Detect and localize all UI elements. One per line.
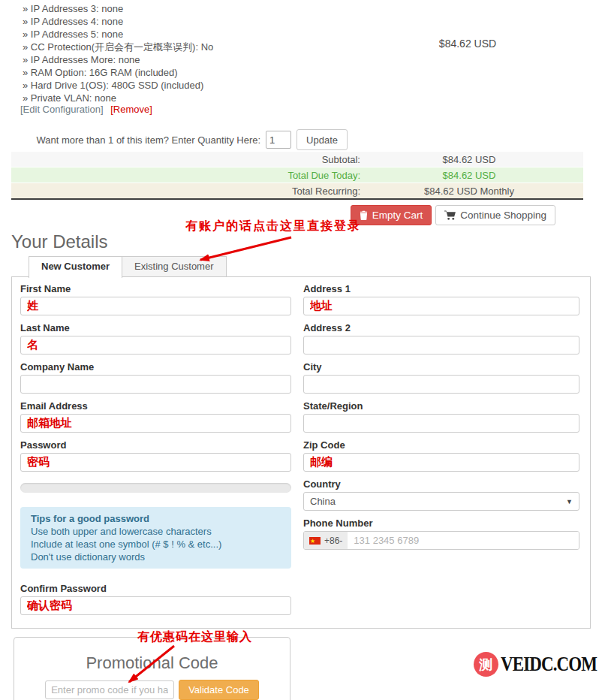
password-tips-box: Tips for a good password Use both upper … (20, 507, 291, 569)
phone-field: Phone Number ★ +86- (303, 517, 579, 550)
subtotal-value: $84.62 USD (360, 154, 578, 165)
email-field: Email Address (20, 400, 291, 433)
confirm-password-input[interactable] (20, 596, 291, 615)
confirm-password-label: Confirm Password (20, 583, 291, 594)
country-select[interactable]: China ▼ (303, 492, 579, 511)
empty-cart-button[interactable]: Empty Cart (351, 205, 432, 225)
login-tip-arrow (191, 234, 296, 266)
config-option: » CC Protection(开启会有一定概率误判): No (23, 41, 213, 53)
zip-label: Zip Code (303, 439, 579, 451)
company-name-label: Company Name (20, 361, 291, 373)
address1-input[interactable] (303, 297, 579, 315)
last-name-input[interactable] (20, 336, 291, 355)
last-name-field: Last Name (20, 322, 291, 355)
first-name-field: First Name (20, 283, 291, 315)
promo-tip-arrow (122, 644, 182, 687)
config-option: » IP Addresses 5: none (23, 28, 213, 41)
empty-cart-label: Empty Cart (372, 210, 423, 221)
first-name-input[interactable] (20, 297, 291, 315)
remove-item-link[interactable]: [Remove] (110, 104, 152, 115)
cart-summary-table: Subtotal: $84.62 USD Total Due Today: $8… (11, 152, 583, 200)
quantity-label: Want more than 1 of this item? Enter Qua… (36, 134, 260, 146)
last-name-label: Last Name (20, 322, 291, 333)
product-config-list: » IP Addresses 3: none » IP Addresses 4:… (23, 2, 213, 104)
total-due-today-row: Total Due Today: $84.62 USD (11, 167, 583, 183)
address2-field: Address 2 (303, 322, 579, 355)
details-form-panel: First Name Last Name Company Name Email … (11, 276, 591, 629)
email-input[interactable] (20, 414, 291, 433)
continue-shopping-button[interactable]: Continue Shopping (435, 205, 555, 225)
zip-field: Zip Code (303, 439, 579, 472)
continue-shopping-label: Continue Shopping (460, 210, 546, 221)
quantity-input[interactable] (266, 131, 291, 149)
state-label: State/Region (303, 400, 579, 412)
address2-input[interactable] (303, 336, 579, 355)
config-option: » IP Addresses 4: none (23, 15, 213, 28)
phone-prefix: ★ +86- (304, 532, 348, 549)
total-recurring-label: Total Recurring: (11, 186, 360, 197)
address1-label: Address 1 (303, 283, 579, 294)
veidc-logo-badge: 测 (474, 652, 498, 677)
veidc-logo-text: VEIDC.COM (501, 653, 597, 676)
password-tip-line: Don't use dictionary words (31, 551, 281, 563)
state-field: State/Region (303, 400, 579, 433)
form-right-column: Address 1 Address 2 City State/Region Zi… (303, 283, 579, 557)
config-option: » Private VLAN: none (23, 92, 213, 104)
password-input[interactable] (20, 453, 291, 472)
total-due-today-label: Total Due Today: (11, 170, 360, 181)
company-name-input[interactable] (20, 375, 291, 394)
edit-configuration-link[interactable]: [Edit Configuration] (20, 104, 104, 115)
total-due-today-value: $84.62 USD (360, 170, 578, 181)
shopping-cart-icon (444, 210, 456, 220)
form-left-column: First Name Last Name Company Name Email … (20, 283, 291, 615)
address2-label: Address 2 (303, 322, 579, 333)
subtotal-row: Subtotal: $84.62 USD (11, 152, 583, 167)
password-tips-title: Tips for a good password (31, 512, 281, 525)
email-label: Email Address (20, 400, 291, 412)
password-strength-bar (20, 483, 291, 493)
phone-number-input[interactable] (348, 532, 579, 549)
total-recurring-value: $84.62 USD Monthly (360, 186, 578, 197)
address1-field: Address 1 (303, 283, 579, 315)
phone-input-group: ★ +86- (303, 531, 579, 550)
phone-country-code: +86- (324, 536, 342, 546)
config-option: » RAM Option: 16G RAM (included) (23, 66, 213, 79)
country-selected-value: China (310, 496, 336, 507)
company-name-field: Company Name (20, 361, 291, 394)
svg-text:★: ★ (310, 538, 315, 545)
state-input[interactable] (303, 414, 579, 433)
password-tip-line: Use both upper and lowercase characters (31, 525, 281, 538)
city-field: City (303, 361, 579, 394)
validate-code-button[interactable]: Validate Code (179, 680, 259, 700)
password-field: Password (20, 439, 291, 472)
quantity-row: Want more than 1 of this item? Enter Qua… (0, 129, 348, 150)
city-label: City (303, 361, 579, 373)
country-label: Country (303, 478, 579, 490)
config-option: » IP Addresses 3: none (23, 2, 213, 15)
first-name-label: First Name (20, 283, 291, 294)
chevron-down-icon: ▼ (566, 498, 573, 505)
country-field: Country China ▼ (303, 478, 579, 511)
phone-label: Phone Number (303, 517, 579, 529)
china-flag-icon: ★ (309, 537, 321, 545)
confirm-password-field: Confirm Password (20, 583, 291, 615)
checkout-page: » IP Addresses 3: none » IP Addresses 4:… (0, 0, 602, 700)
update-quantity-button[interactable]: Update (296, 129, 348, 150)
zip-input[interactable] (303, 453, 579, 472)
tab-new-customer[interactable]: New Customer (29, 256, 122, 278)
total-recurring-row: Total Recurring: $84.62 USD Monthly (11, 183, 583, 198)
config-option: » IP Addresses More: none (23, 53, 213, 66)
city-input[interactable] (303, 375, 579, 394)
password-tip-line: Include at least one symbol (# $ ! % & e… (31, 538, 281, 551)
password-label: Password (20, 439, 291, 451)
promo-tip-annotation: 有优惠码在这里输入 (137, 629, 252, 645)
your-details-heading: Your Details (11, 231, 108, 252)
config-links: [Edit Configuration] [Remove] (20, 104, 152, 115)
item-price: $84.62 USD (408, 38, 528, 50)
veidc-logo: 测 VEIDC.COM (474, 652, 602, 677)
config-option: » Hard Drive 1(OS): 480G SSD (included) (23, 79, 213, 92)
login-tip-annotation: 有账户的话点击这里直接登录 (185, 219, 361, 234)
subtotal-label: Subtotal: (11, 154, 360, 165)
